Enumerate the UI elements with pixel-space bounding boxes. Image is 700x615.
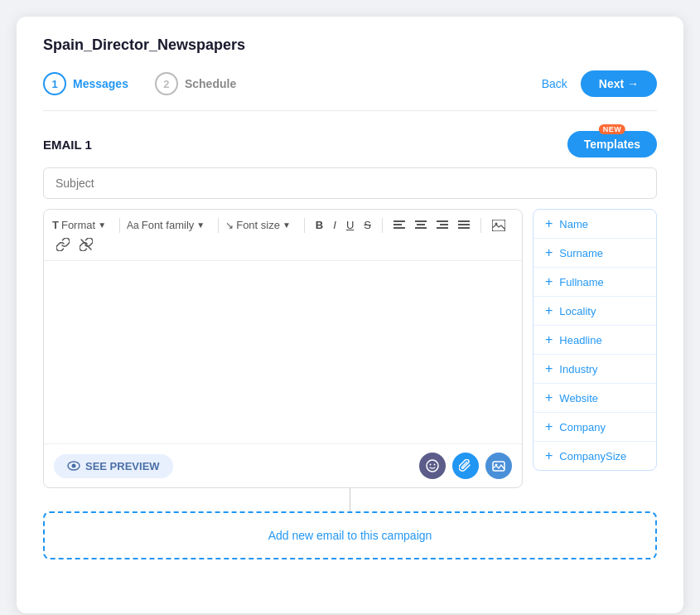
svg-rect-5 <box>415 227 427 229</box>
plus-icon: + <box>545 274 553 289</box>
eye-icon <box>67 461 80 471</box>
subject-input[interactable] <box>43 167 657 199</box>
svg-rect-0 <box>393 220 405 222</box>
unlink-icon <box>80 238 93 251</box>
fontfamily-chevron: ▼ <box>196 220 205 230</box>
attach-icon <box>459 459 472 472</box>
editor-tools <box>419 453 512 479</box>
variable-item[interactable]: +Locality <box>533 297 656 326</box>
step-circle-2: 2 <box>155 72 178 95</box>
variable-item[interactable]: +Surname <box>533 239 656 268</box>
justify-icon <box>458 220 470 230</box>
variable-item[interactable]: +Fullname <box>533 268 656 297</box>
add-email-area[interactable]: Add new email to this campaign <box>43 511 657 559</box>
variable-item[interactable]: +Website <box>533 384 656 413</box>
link-icon <box>56 238 70 251</box>
new-badge: NEW <box>599 124 626 134</box>
page-title: Spain_Director_Newspapers <box>43 36 657 54</box>
image-upload-icon <box>492 459 505 472</box>
svg-rect-8 <box>437 227 448 229</box>
toolbar-divider-3 <box>304 218 305 233</box>
svg-rect-10 <box>458 224 470 225</box>
variable-item[interactable]: +Name <box>533 210 656 239</box>
justify-button[interactable] <box>454 218 474 233</box>
editor-toolbar: T Format ▼ Aa Font family ▼ ↘ <box>44 210 522 261</box>
svg-point-21 <box>495 464 498 467</box>
image-icon <box>492 220 505 231</box>
svg-point-16 <box>72 464 76 468</box>
font-size-dropdown[interactable]: ↘ Font size ▼ <box>225 219 291 231</box>
plus-icon: + <box>545 245 553 260</box>
svg-rect-11 <box>458 227 470 229</box>
editor-footer: SEE PREVIEW <box>44 443 522 487</box>
t-icon: T <box>52 219 59 231</box>
align-left-button[interactable] <box>389 218 409 233</box>
variable-label: Fullname <box>559 276 603 288</box>
plus-icon: + <box>545 448 553 463</box>
toolbar-divider-4 <box>382 218 383 233</box>
next-button[interactable]: Next → <box>581 70 657 97</box>
toolbar-fontsize-group: ↘ Font size ▼ <box>225 219 291 231</box>
font-family-dropdown[interactable]: Aa Font family ▼ <box>127 219 205 231</box>
svg-rect-7 <box>440 224 448 225</box>
plus-icon: + <box>545 216 553 231</box>
wizard-step-schedule[interactable]: 2 Schedule <box>155 72 236 95</box>
plus-icon: + <box>545 390 553 405</box>
variable-item[interactable]: +CompanySize <box>533 442 656 470</box>
svg-point-18 <box>430 464 432 466</box>
wizard-actions: Back Next → <box>542 70 657 97</box>
wizard-nav: 1 Messages 2 Schedule Back Next → <box>43 70 657 111</box>
variable-item[interactable]: +Industry <box>533 355 656 384</box>
wizard-steps: 1 Messages 2 Schedule <box>43 72 236 95</box>
italic-button[interactable]: I <box>329 216 340 234</box>
underline-button[interactable]: U <box>342 216 358 234</box>
editor-box: T Format ▼ Aa Font family ▼ ↘ <box>43 209 523 488</box>
editor-wrapper: T Format ▼ Aa Font family ▼ ↘ <box>43 209 657 488</box>
wizard-step-messages[interactable]: 1 Messages <box>43 72 128 95</box>
emoji-icon <box>426 459 439 472</box>
toolbar-fontfamily-group: Aa Font family ▼ <box>127 219 205 231</box>
link-button[interactable] <box>52 235 74 254</box>
image-insert-button[interactable] <box>488 217 509 234</box>
variable-item[interactable]: +Headline <box>533 326 656 355</box>
variable-item[interactable]: +Company <box>533 413 656 442</box>
emoji-button[interactable] <box>419 453 446 479</box>
unlink-button[interactable] <box>75 235 97 254</box>
templates-button[interactable]: Templates <box>567 131 657 157</box>
editor-body[interactable] <box>44 261 522 443</box>
svg-point-19 <box>434 464 436 466</box>
variable-label: CompanySize <box>559 450 626 462</box>
variable-label: Locality <box>559 305 596 317</box>
align-center-button[interactable] <box>411 218 431 233</box>
aa-icon: Aa <box>127 220 139 231</box>
toolbar-format-group: T Format ▼ <box>52 219 106 231</box>
variable-label: Website <box>559 392 598 404</box>
toolbar-divider-1 <box>119 218 120 233</box>
attach-button[interactable] <box>452 453 479 479</box>
step-label-messages: Messages <box>73 77 128 90</box>
fontsize-chevron: ▼ <box>282 220 291 230</box>
image-upload-button[interactable] <box>485 453 512 479</box>
see-preview-button[interactable]: SEE PREVIEW <box>54 454 173 478</box>
plus-icon: + <box>545 332 553 347</box>
svg-line-14 <box>81 240 91 249</box>
fontsize-icon: ↘ <box>225 220 234 231</box>
plus-icon: + <box>545 303 553 318</box>
svg-rect-1 <box>393 224 402 225</box>
svg-rect-12 <box>492 220 505 231</box>
toolbar-divider-2 <box>218 218 219 233</box>
email-label: EMAIL 1 <box>43 138 92 152</box>
vertical-connector <box>350 488 350 511</box>
align-right-button[interactable] <box>432 218 452 233</box>
strikethrough-button[interactable]: S <box>360 216 375 234</box>
toolbar-divider-5 <box>480 218 481 233</box>
back-link[interactable]: Back <box>542 77 567 90</box>
variable-label: Company <box>559 421 606 433</box>
bold-button[interactable]: B <box>311 216 327 234</box>
step-label-schedule: Schedule <box>185 77 236 90</box>
add-email-text: Add new email to this campaign <box>268 529 432 542</box>
format-dropdown[interactable]: T Format ▼ <box>52 219 106 231</box>
svg-rect-2 <box>393 227 405 229</box>
variable-panel: +Name+Surname+Fullname+Locality+Headline… <box>533 209 657 471</box>
align-left-icon <box>393 220 405 230</box>
